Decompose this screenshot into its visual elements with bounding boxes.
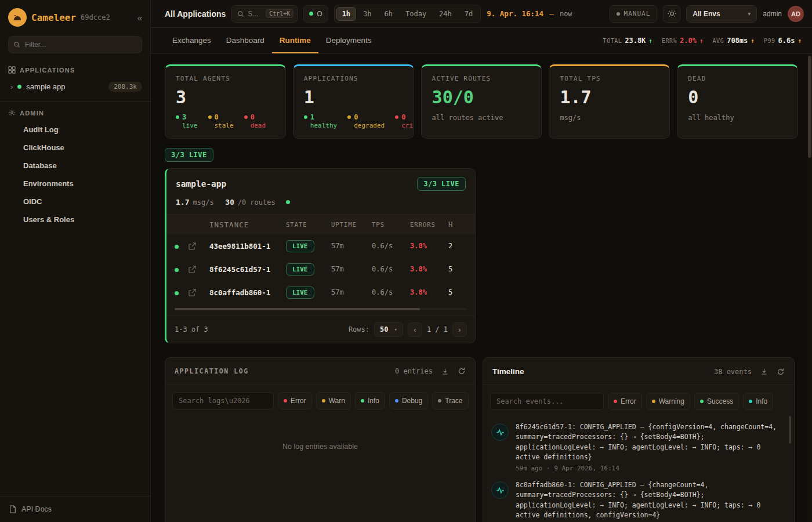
instance-status-dot [175,268,179,272]
sidebar-collapse-button[interactable]: « [137,13,142,23]
download-icon[interactable] [441,368,449,375]
timeline-panel: Timeline 38 events Error Warning Success… [483,357,795,522]
external-link-icon[interactable] [188,242,209,250]
log-search-input[interactable] [172,392,274,409]
degraded-dot [347,115,351,119]
prev-page-button[interactable]: ‹ [408,322,422,337]
timeline-filter-info[interactable]: Info [743,393,773,410]
sidebar-filter-input[interactable] [8,36,142,53]
range-start-datetime[interactable]: 9. Apr. 16:14 [487,9,543,18]
live-summary-row: 3/3 LIVE [165,148,798,162]
app-name[interactable]: sample-app [176,179,226,188]
sidebar-item-sample-app[interactable]: › sample app 208.3k [0,78,150,96]
timeline-filter-warning[interactable]: Warning [646,393,690,410]
tab-runtime[interactable]: Runtime [272,28,318,53]
tab-dashboard[interactable]: Dashboard [219,28,272,53]
trace-dot [438,399,441,403]
refresh-icon[interactable] [458,367,466,375]
applications-icon [8,66,16,74]
sidebar-item-database[interactable]: Database [0,157,150,175]
agents-live-stat: 3live [176,114,198,129]
log-filter-warn[interactable]: Warn [316,392,351,409]
sidebar-item-clickhouse[interactable]: ClickHouse [0,139,150,157]
errors-value: 3.8% [410,288,448,296]
sidebar-filter [8,36,142,53]
sidebar: Cameleer 69dcce2 « APPLICATIONS › sample… [0,0,151,522]
timeline-scrollbar-thumb[interactable] [789,416,791,444]
next-page-button[interactable]: › [452,322,467,337]
timeline-events-count: 38 events [714,368,752,376]
range-button-1h[interactable]: 1h [336,7,356,21]
range-button-3h[interactable]: 3h [357,7,377,21]
info-dot [749,400,752,403]
horizontal-scrollbar-thumb[interactable] [175,308,420,310]
theme-toggle-button[interactable] [663,5,680,23]
page-indicator: 1 / 1 [427,325,448,334]
global-search[interactable]: S... Ctrl+K [231,5,298,23]
page-scrollbar-thumb[interactable] [808,56,811,158]
sidebar-item-environments[interactable]: Environments [0,175,150,193]
instance-row[interactable]: 8f6245c61d57-1 LIVE 57m 0.6/s 3.8% 5 [166,258,475,281]
timeline-event[interactable]: 8f6245c61d57-1: CONFIG_APPLIED — {config… [491,422,780,472]
agents-dead-stat: 0dead [244,114,266,129]
refresh-icon[interactable] [777,368,785,376]
live-dot [176,115,179,119]
timeline-search-input[interactable] [490,393,604,410]
manual-mode-dot [617,12,620,16]
avatar[interactable]: AD [788,6,804,22]
sidebar-divider [0,102,150,102]
errors-value: 3.8% [410,242,448,250]
column-extra-clipped: H [448,220,463,229]
timeline-filter-row: Error Warning Success Info [483,385,794,418]
timeline-filter-success[interactable]: Success [694,393,739,410]
page-scrollbar[interactable] [807,55,812,522]
app-tps-value: 1.7 [176,198,189,206]
log-filter-info[interactable]: Info [355,392,385,409]
range-button-7d[interactable]: 7d [459,7,478,21]
admin-nav: Audit Log ClickHouse Database Environmen… [0,121,150,229]
live-status-badge: 3/3 LIVE [165,148,213,162]
timeline-panel-header: Timeline 38 events [483,358,794,385]
timeline-filter-error[interactable]: Error [608,393,642,410]
instance-row[interactable]: 8c0affadb860-1 LIVE 57m 0.6/s 3.8% 5 [166,281,475,304]
search-shortcut-kbd: Ctrl+K [266,9,293,18]
column-errors: ERRORS [410,221,448,228]
column-tps: TPS [372,221,410,228]
sidebar-item-oidc[interactable]: OIDC [0,193,150,211]
app-count-badge: 208.3k [108,82,142,92]
tab-deployments[interactable]: Deployments [318,28,379,53]
log-filter-error[interactable]: Error [278,392,312,409]
username-label: admin [763,10,782,18]
range-button-6h[interactable]: 6h [379,7,398,21]
sidebar-item-users-roles[interactable]: Users & Roles [0,211,150,229]
chevron-right-icon[interactable]: › [10,82,13,91]
range-button-today[interactable]: Today [400,7,432,21]
timeline-event[interactable]: 8c0affadb860-1: CONFIG_APPLIED — {change… [491,480,780,522]
trend-up-icon: ↑ [699,37,704,45]
rows-per-page-select[interactable]: 50 ▾ [374,322,403,337]
range-end-label[interactable]: now [560,10,572,18]
instance-row[interactable]: 43ee9811b801-1 LIVE 57m 0.6/s 3.8% 2 [166,234,475,258]
app-live-badge: 3/3 LIVE [417,177,466,191]
download-icon[interactable] [760,368,768,375]
timeline-scrollbar[interactable] [789,416,791,522]
horizontal-scrollbar[interactable] [175,308,467,310]
stat-err-rate: ERR% 2.0% ↑ [662,37,704,45]
state-badge: LIVE [286,287,314,299]
environment-select[interactable]: All Envs ▾ [686,5,757,23]
external-link-icon[interactable] [188,289,209,296]
external-link-icon[interactable] [188,266,209,273]
sidebar-item-audit-log[interactable]: Audit Log [0,121,150,139]
row-range-label: 1-3 of 3 [175,325,208,334]
api-docs-link[interactable]: API Docs [0,496,150,522]
tab-exchanges[interactable]: Exchanges [165,28,219,53]
refresh-mode-button[interactable]: MANUAL [610,5,658,23]
info-dot [361,399,364,403]
log-filter-debug[interactable]: Debug [389,392,428,409]
range-button-24h[interactable]: 24h [433,7,458,21]
extra-value-clipped: 5 [448,265,463,273]
instance-id: 8c0affadb860-1 [209,288,286,297]
app-routes-label: /0 routes [238,198,276,206]
online-indicator[interactable]: O [303,5,328,23]
log-filter-trace[interactable]: Trace [432,392,468,409]
